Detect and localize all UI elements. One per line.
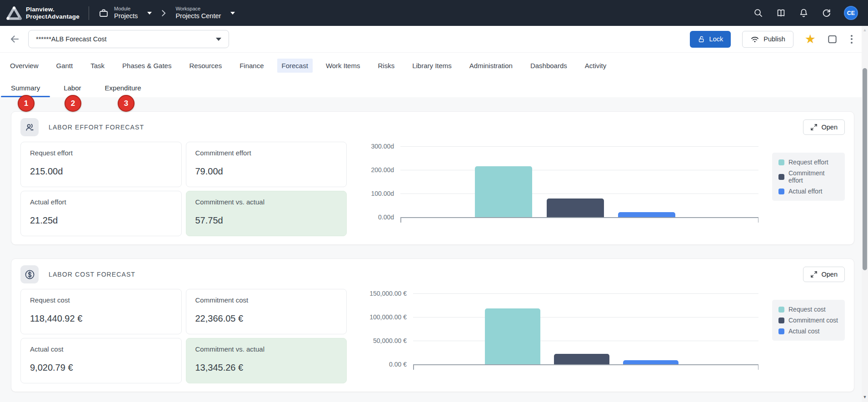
request-effort-tile: Request effort 215.00d [20,142,182,187]
book-icon[interactable] [776,8,786,18]
tab-forecast[interactable]: Forecast [277,59,313,73]
publish-icon [750,35,759,43]
unlock-icon [698,35,705,43]
y-axis-tick: 0.00d [357,214,394,220]
legend-label: Request cost [788,306,826,313]
scroll-up-arrow-icon[interactable]: ▲ [862,28,868,32]
publish-button-label: Publish [763,35,785,43]
tile-label: Commitment vs. actual [195,198,338,206]
expand-icon [810,271,818,278]
subtab-expenditure[interactable]: Expenditure [95,79,151,97]
tab-phases-gates[interactable]: Phases & Gates [118,59,176,73]
card-title: LABOR EFFORT FORECAST [49,124,144,131]
y-axis-tick: 100.00d [357,190,394,197]
request-cost-tile: Request cost 118,440.92 € [20,289,182,334]
gridline [413,317,758,318]
step-badge-3: 3 [118,95,135,112]
legend-item-request-cost: Request cost [778,306,838,313]
labor-effort-chart: 300.00d200.00d100.00d0.00d [357,142,760,233]
lock-button-label: Lock [709,35,723,43]
step-badge-2: 2 [65,95,81,112]
tab-resources[interactable]: Resources [185,59,226,73]
workspace-label: Workspace [175,6,221,12]
search-icon[interactable] [753,8,763,18]
workspace-selector[interactable]: Workspace Projects Center [175,6,235,20]
legend-label: Actual cost [788,328,819,335]
module-value: Projects [114,12,138,20]
subtab-bar: SummaryLaborExpenditure [0,79,868,97]
module-selector[interactable]: Module Projects [98,6,152,20]
scroll-down-arrow-icon[interactable]: ▼ [862,395,868,399]
tile-value: 22,366.05 € [195,313,338,324]
topbar: Planview. ProjectAdvantage Module Projec… [0,0,868,26]
scrollbar-thumb[interactable] [863,68,867,270]
tab-task[interactable]: Task [86,59,109,73]
legend-swatch [778,174,784,180]
brand[interactable]: Planview. ProjectAdvantage [6,6,80,20]
actual-cost-tile: Actual cost 9,020.79 € [20,338,182,383]
axis-end-tick [413,364,414,370]
bar-actual-cost [623,360,678,364]
briefcase-icon [98,8,109,19]
gridline [413,293,758,294]
tile-value: 79.00d [195,166,338,177]
tile-label: Commitment cost [195,296,338,304]
step-badge-1: 1 [18,95,35,112]
back-button[interactable] [7,32,22,46]
legend-swatch [778,307,784,313]
gridline [400,194,758,194]
legend-swatch [778,189,784,194]
brand-text: Planview. ProjectAdvantage [26,6,80,20]
tile-value: 21.25d [30,215,172,226]
legend-item-actual-effort: Actual effort [778,188,838,195]
page-scrollbar[interactable]: ▲ ▼ [862,26,868,402]
bar-actual-effort [618,212,675,217]
legend-label: Request effort [788,159,828,166]
chevron-down-icon [230,12,235,15]
kebab-menu-icon[interactable] [849,34,854,45]
legend-label: Commitment effort [788,169,838,184]
tile-label: Actual effort [30,198,172,206]
content-area: LABOR EFFORT FORECAST Open Request effor… [0,97,862,402]
bar-commitment-effort [547,199,604,217]
tab-administration[interactable]: Administration [465,59,517,73]
tab-risks[interactable]: Risks [373,59,399,73]
actual-effort-tile: Actual effort 21.25d [20,191,182,236]
caret-down-icon [216,38,221,41]
tile-label: Request cost [30,296,172,304]
avatar[interactable]: CE [844,6,858,20]
tab-dashboards[interactable]: Dashboards [526,59,572,73]
project-selector[interactable]: ******ALB Forecast Cost [28,30,229,48]
tile-value: 118,440.92 € [30,313,172,324]
tab-overview[interactable]: Overview [5,59,43,73]
legend-swatch [778,318,784,323]
comment-icon[interactable] [827,34,838,45]
dollar-icon [20,265,39,283]
tab-library-items[interactable]: Library Items [408,59,456,73]
toolbar: ******ALB Forecast Cost Lock Publish [0,26,868,53]
refresh-icon[interactable] [821,8,832,18]
lock-button[interactable]: Lock [690,31,731,48]
favorite-star-icon[interactable]: ★ [805,33,816,45]
publish-button[interactable]: Publish [742,31,793,48]
tab-work-items[interactable]: Work Items [321,59,365,73]
subtab-summary[interactable]: Summary [1,79,50,97]
topbar-divider [89,6,89,20]
legend-item-commitment-cost: Commitment cost [778,317,838,324]
open-button[interactable]: Open [803,119,845,135]
legend-swatch [778,159,784,165]
tab-finance[interactable]: Finance [235,59,268,73]
tab-gantt[interactable]: Gantt [52,59,78,73]
gridline [413,341,758,341]
tab-activity[interactable]: Activity [580,59,611,73]
subtab-labor[interactable]: Labor [54,79,91,97]
card-title: LABOR COST FORECAST [49,271,135,278]
y-axis-tick: 50,000.00 € [357,337,407,344]
bell-icon[interactable] [798,8,809,18]
tile-value: 215.00d [30,166,172,177]
open-button[interactable]: Open [803,267,845,282]
legend-item-actual-cost: Actual cost [778,328,838,335]
tile-label: Commitment vs. actual [195,345,338,353]
legend-item-request-effort: Request effort [778,159,838,166]
commitment-cost-tile: Commitment cost 22,366.05 € [186,289,347,334]
